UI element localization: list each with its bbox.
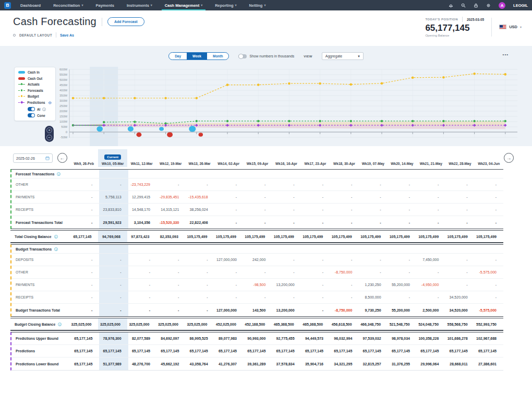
- cell-value: [215, 170, 244, 178]
- cell-value: 89,077,983: [215, 332, 244, 344]
- legend-actuals[interactable]: Actuals: [18, 82, 52, 86]
- forecast-table-section: ← → Wk9, 26-FebCurrentWk10, 05-MarWk11, …: [0, 146, 532, 371]
- row-label: PAYMENTS: [11, 195, 70, 199]
- eye-icon[interactable]: [48, 101, 52, 105]
- save-as-link[interactable]: Save As: [60, 33, 74, 37]
- budget-swatch-icon: [18, 96, 25, 97]
- cell-value: -8,750,000: [330, 304, 359, 316]
- forecast-chart[interactable]: 600M550M500M450M400M350M300M250M200M150M…: [0, 46, 532, 146]
- column-header: Wk22, 28-May: [445, 149, 474, 167]
- gear-icon[interactable]: [486, 3, 491, 8]
- bell-icon[interactable]: [449, 3, 453, 8]
- cell-value: -: [215, 291, 244, 303]
- thousands-toggle-label: Show numbers in thousands: [249, 54, 294, 58]
- legend-forecasts[interactable]: Forecasts: [18, 89, 52, 92]
- svg-text:350M: 350M: [59, 94, 67, 97]
- zoom-out-button[interactable]: −: [46, 135, 52, 140]
- nav-item-dashboard[interactable]: Dashboard: [20, 0, 41, 10]
- search-icon[interactable]: [461, 3, 466, 8]
- period-week[interactable]: Week: [187, 53, 207, 59]
- cell-value: -: [301, 266, 330, 278]
- user-avatar[interactable]: A: [499, 2, 505, 9]
- cell-value: 65,177,145: [359, 345, 388, 357]
- app-logo[interactable]: B: [4, 2, 11, 9]
- view-select[interactable]: Aggregate ▾: [322, 52, 364, 60]
- ai-toggle[interactable]: [28, 107, 35, 111]
- next-weeks-button[interactable]: →: [504, 153, 514, 163]
- cell-value: -: [445, 216, 474, 229]
- cell-value: 105,175,499: [475, 231, 503, 242]
- info-icon[interactable]: i: [58, 323, 62, 326]
- period-day[interactable]: Day: [169, 53, 187, 59]
- cell-value: 105,175,499: [272, 231, 300, 242]
- info-icon[interactable]: i: [42, 108, 46, 111]
- info-icon[interactable]: i: [54, 247, 58, 251]
- cell-value: -: [301, 178, 330, 190]
- cell-value: 65,177,145: [388, 345, 417, 357]
- cell-value: -: [70, 191, 99, 203]
- cell-value: [272, 170, 301, 178]
- cell-value: 143,500: [244, 304, 272, 316]
- cell-value: 37,578,834: [272, 358, 301, 370]
- nav-item-cash-management[interactable]: Cash Management▾: [165, 0, 202, 10]
- zoom-in-button[interactable]: +: [46, 127, 52, 133]
- cell-value: -: [445, 204, 474, 216]
- nav-item-instruments[interactable]: Instruments▾: [127, 0, 152, 10]
- calendar-icon[interactable]: [45, 156, 50, 160]
- nav-item-netting[interactable]: Netting▾: [249, 0, 266, 10]
- cell-value: 2,500,000: [417, 304, 445, 316]
- legend-budget[interactable]: Budget: [18, 94, 52, 98]
- lock-icon[interactable]: [474, 3, 478, 8]
- cell-value: -: [99, 291, 128, 303]
- cell-value: 127,000,000: [215, 304, 244, 316]
- currency-code: USD: [509, 25, 517, 29]
- cell-value: -: [244, 204, 272, 216]
- cell-value: -: [128, 254, 157, 266]
- cell-value: -: [99, 279, 128, 291]
- nav-item-payments[interactable]: Payments: [95, 0, 114, 10]
- cell-value: [445, 245, 474, 253]
- cell-value: -: [359, 254, 388, 266]
- cell-value: 29,996,064: [417, 358, 445, 370]
- row-label: DEPOSITS: [11, 258, 70, 261]
- todays-position-block: TODAY'S POSITION 2025-03-05 65,177,145 O…: [425, 17, 484, 37]
- legend-predictions[interactable]: Predictions: [18, 101, 52, 105]
- cell-value: -: [244, 178, 272, 190]
- row-label: RECEIPTS: [11, 208, 70, 211]
- legend-cash-out[interactable]: Cash Out: [18, 77, 52, 80]
- cell-value: -: [301, 254, 330, 266]
- cell-value: 98,978,034: [388, 332, 417, 344]
- cell-value: -: [330, 191, 359, 203]
- previous-weeks-button[interactable]: ←: [57, 153, 67, 163]
- nav-item-reporting[interactable]: Reporting▾: [215, 0, 236, 10]
- currency-selector[interactable]: USD ▾: [499, 25, 522, 29]
- svg-text:-50M: -50M: [60, 136, 67, 139]
- cell-value: -98,500: [244, 279, 272, 291]
- add-forecast-button[interactable]: Add Forecast: [107, 17, 144, 26]
- cell-value: -: [388, 204, 417, 216]
- cell-value: 65,177,145: [330, 345, 359, 357]
- info-icon[interactable]: i: [54, 235, 58, 239]
- cell-value: 65,177,145: [70, 332, 99, 344]
- nav-item-reconciliation[interactable]: Reconciliation▾: [53, 0, 83, 10]
- column-header: Wk9, 26-Feb: [69, 149, 98, 167]
- cell-value: -: [186, 291, 214, 303]
- date-input[interactable]: [16, 157, 44, 160]
- opening-balance-amount: 65,177,145: [425, 23, 484, 33]
- cell-value: 12,299,415: [128, 191, 157, 203]
- cone-toggle[interactable]: [28, 113, 35, 117]
- info-icon[interactable]: i: [57, 172, 61, 176]
- period-segmented-control: Day Week Month: [168, 52, 229, 60]
- cell-value: -: [417, 191, 445, 203]
- thousands-toggle[interactable]: [238, 54, 247, 58]
- period-month[interactable]: Month: [207, 53, 229, 59]
- chevron-down-icon: ▾: [358, 54, 360, 58]
- cell-value: -: [475, 191, 503, 203]
- table-row: OTHER----------8,750,000-----5,575,000: [11, 266, 503, 279]
- column-header: Wk21, 21-May: [417, 149, 445, 167]
- cell-value: -: [417, 216, 445, 229]
- cell-value: -: [128, 304, 157, 316]
- cell-value: 105,175,499: [301, 231, 330, 242]
- chart-section: Day Week Month Show numbers in thousands…: [0, 46, 532, 146]
- legend-cash-in[interactable]: Cash In: [18, 70, 52, 74]
